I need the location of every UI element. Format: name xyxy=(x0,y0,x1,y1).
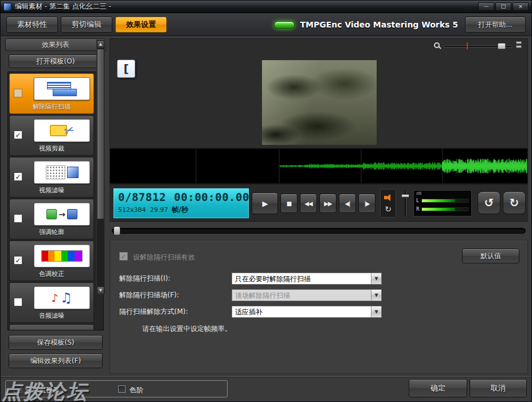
tab-cut-edit[interactable]: 剪切编辑 xyxy=(61,17,112,33)
cancel-button[interactable]: 取消 xyxy=(470,379,527,397)
effect-list: 解除隔行扫描✓✂视频剪裁✓视频滤噪→强调轮廓✓色调校正♪♫音频滤噪 xyxy=(7,72,104,330)
effect-checkbox[interactable] xyxy=(14,214,22,223)
open-template-button[interactable]: 打开模板(O) xyxy=(9,54,103,68)
timecode: 00:00:00.00 xyxy=(174,191,249,203)
meter-right-label: R xyxy=(416,207,420,212)
deinterlace-settings-panel: ✓ 设解除隔行扫描有效 默认值 解除隔行扫描(I):只在必要时解除隔行扫描▼解除… xyxy=(109,240,528,374)
effect-checkbox[interactable]: ✓ xyxy=(14,256,22,265)
seek-track[interactable] xyxy=(112,228,526,234)
meter-bar-left xyxy=(421,199,468,203)
framerate: 29.97 xyxy=(150,206,169,214)
scroll-down-button[interactable]: ▼ xyxy=(97,286,104,294)
window-controls: —□× xyxy=(478,2,529,11)
timeline-waveform-strip[interactable] xyxy=(109,148,528,184)
play-button[interactable]: ▶ xyxy=(252,192,278,214)
chevron-down-icon[interactable]: ▼ xyxy=(371,290,381,301)
monitor-options-group: 波形监视器 色阶 xyxy=(5,380,228,397)
fast-forward-button[interactable]: ▶▶ xyxy=(319,194,337,213)
save-template-button[interactable]: 保存模板(S) xyxy=(9,335,103,350)
framerate-note: 请在输出设置中设定帧频率。 xyxy=(142,324,232,334)
help-button[interactable]: 打开帮助... xyxy=(465,17,526,33)
preview-area: [ xyxy=(109,38,528,148)
default-values-button[interactable]: 默认值 xyxy=(462,249,519,263)
main-toolbar: 素材特性剪切编辑效果设置 TMPGEnc Video Mastering Wor… xyxy=(1,13,531,36)
edit-effect-list-button[interactable]: 编辑效果列表(F) xyxy=(9,353,103,368)
edge-emphasis-icon: → xyxy=(34,203,90,226)
crop-icon: ✂ xyxy=(34,119,90,142)
effect-checkbox[interactable]: ✓ xyxy=(14,172,22,181)
time-display: 0/87812 00:00:00.00 512x384 29.97 帧/秒 xyxy=(113,188,249,219)
effect-item-color-correct[interactable]: ✓色调校正 xyxy=(9,241,94,281)
settings-rows: 解除隔行扫描(I):只在必要时解除隔行扫描▼解除隔行扫描场(F):顶场解除隔行扫… xyxy=(119,273,382,322)
enable-deinterlace-label: 设解除隔行扫描有效 xyxy=(133,253,195,262)
enable-deinterlace-checkbox[interactable]: ✓ xyxy=(119,252,128,261)
audio-noise-icon: ♪♫ xyxy=(34,286,90,309)
effect-label: 音频滤噪 xyxy=(10,312,93,320)
meter-left-label: L xyxy=(416,198,420,203)
effect-list-scrollbar[interactable]: ▲ ▼ xyxy=(96,40,105,295)
framerate-unit: 帧/秒 xyxy=(172,205,188,215)
deinterlace-mode-value: 只在必要时解除隔行扫描 xyxy=(232,273,371,284)
stop-button[interactable]: ■ xyxy=(280,194,298,213)
scrollbar-thumb[interactable] xyxy=(97,49,104,219)
level-meter: dB L R xyxy=(413,190,472,216)
effect-checkbox[interactable] xyxy=(14,89,22,97)
zoom-slider-thumb[interactable] xyxy=(498,43,506,49)
tab-source-properties[interactable]: 素材特性 xyxy=(6,17,58,33)
speaker-icon[interactable] xyxy=(384,194,393,202)
minimize-button[interactable]: — xyxy=(478,2,494,11)
transport-buttons: ▶■◀◀▶▶◀||▶ xyxy=(252,191,375,215)
step-backward-button[interactable]: ◀| xyxy=(339,194,356,213)
audio-cell[interactable]: ↻ xyxy=(380,189,396,218)
deinterlace-field-dropdown[interactable]: 顶场解除隔行扫描▼ xyxy=(232,289,382,301)
deinterlace-field-label: 解除隔行扫描场(F): xyxy=(119,290,232,300)
clip-icon: [ xyxy=(117,60,135,78)
color-correct-icon xyxy=(34,245,90,267)
chevron-down-icon[interactable]: ▼ xyxy=(371,273,381,284)
effect-label: 视频滤噪 xyxy=(10,186,93,195)
app-icon xyxy=(3,3,11,11)
effect-checkbox[interactable] xyxy=(14,298,22,306)
brand-text: TMPGEnc Video Mastering Works 5 xyxy=(300,20,458,29)
effect-item-deinterlace[interactable]: 解除隔行扫描 xyxy=(9,73,94,114)
effect-checkbox[interactable]: ✓ xyxy=(14,131,22,139)
effect-item-partial[interactable] xyxy=(9,324,94,330)
brand-area: TMPGEnc Video Mastering Works 5 xyxy=(274,13,458,36)
redo-button[interactable]: ↻ xyxy=(503,191,526,214)
app-window: 编辑素材 - 第二集 点化幺二三 - —□× 素材特性剪切编辑效果设置 TMPG… xyxy=(0,0,532,402)
transport-bar: 0/87812 00:00:00.00 512x384 29.97 帧/秒 ▶■… xyxy=(109,184,528,222)
volume-fader[interactable] xyxy=(400,189,411,218)
fader-handle[interactable] xyxy=(401,194,409,198)
effect-item-crop[interactable]: ✓✂视频剪裁 xyxy=(9,115,94,156)
resolution: 512x384 xyxy=(118,206,146,214)
status-led-icon xyxy=(274,21,295,29)
chevron-down-icon[interactable]: ▼ xyxy=(371,306,381,317)
loop-icon[interactable]: ↻ xyxy=(385,205,392,213)
tab-effect-settings[interactable]: 效果设置 xyxy=(115,17,167,33)
deinterlace-method-dropdown[interactable]: 适应插补▼ xyxy=(232,306,382,318)
effect-label: 视频剪裁 xyxy=(10,144,93,153)
effect-item-edge-emphasis[interactable]: →强调轮廓 xyxy=(9,199,94,239)
deinterlace-field-value: 顶场解除隔行扫描 xyxy=(232,290,371,301)
effect-item-video-noise[interactable]: ✓视频滤噪 xyxy=(9,157,94,198)
waveform-monitor-checkbox[interactable] xyxy=(14,385,21,393)
histogram-label: 色阶 xyxy=(130,385,143,395)
step-forward-button[interactable]: |▶ xyxy=(358,194,375,213)
seek-handle[interactable] xyxy=(114,226,120,235)
effect-item-audio-noise[interactable]: ♪♫音频滤噪 xyxy=(9,282,94,323)
effect-sidebar: 效果列表 打开模板(O) 解除隔行扫描✓✂视频剪裁✓视频滤噪→强调轮廓✓色调校正… xyxy=(5,38,106,373)
close-button[interactable]: × xyxy=(513,2,529,11)
seek-bar[interactable] xyxy=(109,225,528,237)
zoom-fine-control[interactable] xyxy=(516,41,522,52)
deinterlace-mode-dropdown[interactable]: 只在必要时解除隔行扫描▼ xyxy=(232,273,382,285)
deinterlace-mode-label: 解除隔行扫描(I): xyxy=(119,274,232,283)
histogram-checkbox[interactable] xyxy=(118,385,126,393)
frame-counter: 0/87812 xyxy=(118,191,166,203)
rewind-button[interactable]: ◀◀ xyxy=(300,194,317,213)
undo-button[interactable]: ↺ xyxy=(478,191,500,214)
scroll-up-button[interactable]: ▲ xyxy=(97,40,104,48)
maximize-button[interactable]: □ xyxy=(495,2,511,11)
meter-bar-right xyxy=(421,207,468,211)
zoom-marker xyxy=(467,42,468,49)
ok-button[interactable]: 确定 xyxy=(409,379,467,397)
